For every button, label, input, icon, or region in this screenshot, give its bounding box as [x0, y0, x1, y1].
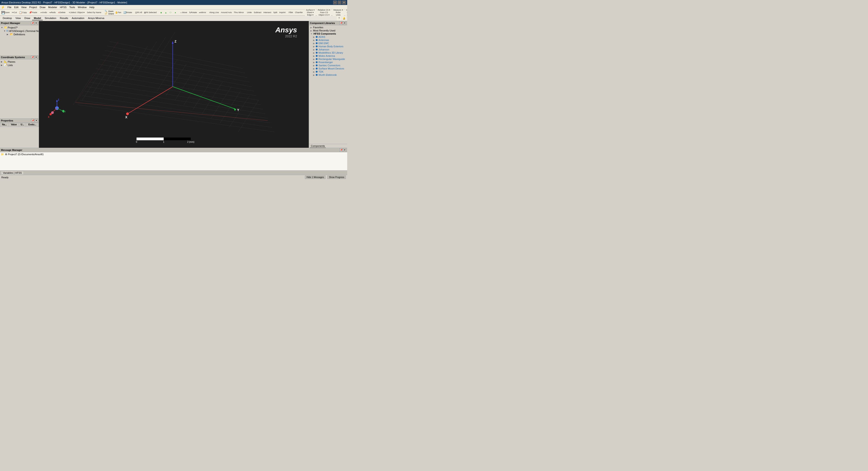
- comp-johanson[interactable]: ▶ Johanson: [309, 48, 347, 51]
- cs-close-button[interactable]: ✕: [35, 56, 38, 59]
- tab-results[interactable]: Results: [58, 16, 70, 20]
- chamfer-button[interactable]: Chamfer: [294, 10, 304, 15]
- tab-model[interactable]: Model: [32, 16, 43, 20]
- edge-button[interactable]: Edge ▾: [305, 14, 315, 16]
- unite-button[interactable]: Unite: [246, 10, 253, 15]
- tree-planes[interactable]: ▶ 📐 Planes: [0, 60, 38, 63]
- menu-hfss[interactable]: HFSS: [59, 6, 68, 9]
- maximize-button[interactable]: □: [338, 1, 341, 4]
- tab-draw[interactable]: Draw: [23, 16, 32, 20]
- relative-cs-button[interactable]: Relative CS ▾: [317, 9, 331, 11]
- viewport[interactable]: Z Y X Ansys 2022 R2 0 1 2 (mm): [39, 21, 309, 148]
- msg-close-button[interactable]: ✕: [343, 148, 346, 152]
- comp-adas[interactable]: ▶ ADAS: [309, 35, 347, 38]
- rotate-view-button[interactable]: 🔄 Rotate: [123, 10, 133, 15]
- tree-project7[interactable]: ▼ 📁 Project7*: [0, 26, 38, 29]
- fit-selected-button[interactable]: ⊞ Fit Selected: [143, 10, 158, 15]
- comp-emi[interactable]: ▶ EMI EMC: [309, 41, 347, 45]
- menu-modeler[interactable]: Modeler: [47, 6, 59, 9]
- menu-tools[interactable]: Tools: [68, 6, 76, 9]
- notifications-button[interactable]: 🔔: [342, 16, 346, 21]
- comp-molex[interactable]: ▶ Molex Antenna: [309, 54, 347, 57]
- cl-close-button[interactable]: ✕: [343, 22, 346, 25]
- object-cs-button[interactable]: Object CS ▾: [317, 14, 331, 16]
- comp-surface-mount[interactable]: ▶ Surface Mount Devices: [309, 67, 347, 70]
- minimize-button[interactable]: ─: [333, 1, 337, 4]
- prop-close-button[interactable]: ✕: [35, 119, 38, 122]
- comp-tdk[interactable]: ▶ TDK: [309, 70, 347, 73]
- cone-button[interactable]: ▲: [164, 10, 168, 15]
- tab-simulation[interactable]: Simulation: [43, 16, 58, 20]
- tab-view[interactable]: View: [13, 16, 23, 20]
- xy-button[interactable]: XY: [345, 11, 347, 13]
- menu-window[interactable]: Window: [76, 6, 88, 9]
- tab-desktop[interactable]: Desktop: [1, 16, 13, 20]
- subtract-button[interactable]: Subtract: [253, 10, 262, 15]
- cut-button[interactable]: ✂ Cut: [11, 10, 18, 15]
- menu-edit[interactable]: Edit: [13, 6, 20, 9]
- surface-button[interactable]: Surface ▾: [305, 9, 315, 11]
- pan-button[interactable]: ✋ Pan: [114, 10, 122, 15]
- zoom-button[interactable]: 🔍: [103, 10, 108, 12]
- tree-lists[interactable]: ▶ 📝 Lists: [0, 63, 38, 67]
- face-cs-button[interactable]: Face CS: [317, 11, 331, 13]
- mirror-button[interactable]: ⇔ Mirror: [198, 10, 207, 15]
- cylinder-button[interactable]: ⬭: [168, 10, 173, 15]
- thru-mirror-button[interactable]: Thru Mirror: [233, 10, 245, 15]
- components-tab-label[interactable]: Components: [310, 144, 326, 148]
- 3d-button[interactable]: 3D: [345, 14, 347, 16]
- close-button[interactable]: ✕: [342, 1, 346, 4]
- help-button[interactable]: ?: [337, 16, 341, 21]
- cl-pin-button[interactable]: 📌: [340, 22, 343, 25]
- orient-button[interactable]: 🧭: [103, 13, 108, 15]
- measure-button[interactable]: Measure ▾: [333, 9, 344, 11]
- tree-definitions[interactable]: ▶ 📂 Definitions: [0, 33, 38, 36]
- pm-pin-button[interactable]: 📌: [31, 22, 34, 25]
- tab-automation[interactable]: Automation: [70, 16, 86, 20]
- box-button[interactable]: ■: [159, 10, 163, 15]
- undo-button[interactable]: ↩ Undo: [39, 10, 48, 15]
- comp-rosenberger[interactable]: ▶ Rosenberger: [309, 61, 347, 64]
- comp-recently-used[interactable]: ▶ Most Recently Used: [309, 29, 347, 32]
- show-progress-button[interactable]: Show Progress: [327, 176, 346, 179]
- fillet-button[interactable]: Fillet: [288, 10, 294, 15]
- menu-file[interactable]: File: [6, 6, 13, 9]
- msg-pin-button[interactable]: 📌: [340, 148, 343, 152]
- around-axis-button[interactable]: Around Axis: [220, 10, 232, 15]
- redo-button[interactable]: ↪ Redo: [48, 10, 57, 15]
- move-button[interactable]: ↔ Move: [179, 10, 188, 15]
- along-line-button[interactable]: Along Line: [209, 10, 220, 15]
- select-dropdown[interactable]: ↖ Select: Object ▼: [68, 10, 86, 15]
- pm-close-button[interactable]: ✕: [35, 22, 38, 25]
- paste-button[interactable]: 📌 Paste: [28, 10, 38, 15]
- comp-rect-waveguide[interactable]: ▶ Rectangular Waveguide: [309, 57, 347, 61]
- fit-all-button[interactable]: ⊡ Fit All: [134, 10, 143, 15]
- menu-view[interactable]: View: [20, 6, 28, 9]
- delete-button[interactable]: ✕ Delete: [57, 10, 66, 15]
- menu-help[interactable]: Help: [88, 6, 96, 9]
- tree-hfssdesign1[interactable]: ▼ ⚙ HFSSDesign1 (Terminal Network): [0, 29, 38, 33]
- prop-pin-button[interactable]: 📌: [31, 119, 34, 122]
- save-button[interactable]: 💾 Save: [0, 10, 11, 15]
- split-button[interactable]: Split: [272, 10, 278, 15]
- cs-pin-button[interactable]: 📌: [31, 56, 34, 59]
- comp-wurth[interactable]: ▶ Wurth Elektronik: [309, 73, 347, 77]
- comp-favorites[interactable]: ▶ Favorites: [309, 26, 347, 29]
- imprint-button[interactable]: Imprint: [278, 10, 286, 15]
- sheet-button[interactable]: Sheet ▾: [305, 11, 315, 13]
- tab-ansys-minerva[interactable]: Ansys Minerva: [86, 16, 106, 20]
- grid-button[interactable]: Grid: [345, 9, 347, 11]
- copy-button[interactable]: 📋 Copy: [18, 10, 28, 15]
- comp-modelithics[interactable]: ▶ Modelithics 3D Library: [309, 51, 347, 54]
- comp-human-body[interactable]: ▶ Human Body Exteriors: [309, 45, 347, 48]
- comp-samtec[interactable]: ▶ Samtec Connectors: [309, 64, 347, 67]
- select-by-name-button[interactable]: Select by Name: [86, 10, 102, 15]
- comp-antennas[interactable]: ▶ Antennas: [309, 38, 347, 41]
- variables-tab-button[interactable]: Variables | HFSS: [1, 171, 24, 174]
- menu-draw[interactable]: Draw: [38, 6, 47, 9]
- rotate-obj-button[interactable]: ↻ Rotate: [188, 10, 198, 15]
- hide-messages-button[interactable]: Hide 1 Messages: [305, 176, 326, 179]
- sphere-button[interactable]: ●: [173, 10, 178, 15]
- menu-project[interactable]: Project: [28, 6, 38, 9]
- intersect-button[interactable]: Intersect: [262, 10, 272, 15]
